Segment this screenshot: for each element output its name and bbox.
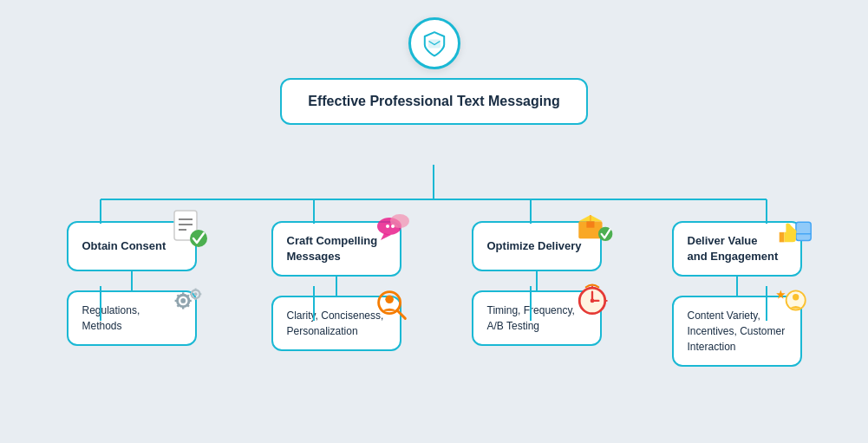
sub-clarity-conciseness: Clarity, Conciseness, Personalization <box>271 296 401 351</box>
root-node: Effective Professional Text Messaging <box>280 78 587 125</box>
diagram-container: Effective Professional Text Messaging Ob… <box>0 0 868 443</box>
clock-timer-icon <box>571 279 613 321</box>
sub-3-label: Timing, Frequency, A/B Testing <box>487 303 575 334</box>
svg-point-54 <box>793 294 799 300</box>
node-2-label: Craft Compelling Messages <box>287 233 378 264</box>
sub-regulations-methods: Regulations, Methods <box>67 290 197 346</box>
svg-point-34 <box>390 214 409 228</box>
svg-rect-10 <box>428 40 440 48</box>
gears-icon <box>166 279 208 321</box>
svg-point-26 <box>191 290 199 298</box>
col3-connector <box>536 271 538 290</box>
col1-connector <box>131 271 133 290</box>
svg-marker-41 <box>578 215 602 221</box>
sub-4-label: Content Variety, Incentives, Customer In… <box>688 308 786 355</box>
svg-line-22 <box>177 295 179 296</box>
root-icon-wrapper <box>408 17 460 69</box>
node-1-label: Obtain Consent <box>82 238 166 254</box>
svg-point-27 <box>193 292 197 296</box>
svg-marker-55 <box>776 290 785 299</box>
col4-connector <box>736 277 738 296</box>
root-icon-circle <box>408 17 460 69</box>
svg-point-16 <box>177 295 188 306</box>
node-4-label: Deliver Value and Engagement <box>688 233 779 264</box>
svg-point-53 <box>786 291 805 310</box>
node-optimize-delivery: Optimize Delivery <box>472 221 602 271</box>
svg-point-38 <box>385 296 394 304</box>
column-2: Craft Compelling Messages Clarity, Conci… <box>241 221 432 367</box>
shield-message-icon <box>421 29 448 57</box>
sub-2-label: Clarity, Conciseness, Personalization <box>287 308 384 339</box>
svg-rect-43 <box>586 221 594 227</box>
sub-content-variety: Content Variety, Incentives, Customer In… <box>672 296 802 367</box>
column-1: Obtain Consent Regulations, Me <box>36 221 227 367</box>
svg-point-50 <box>590 299 594 303</box>
svg-point-17 <box>180 298 186 303</box>
svg-marker-33 <box>381 233 391 240</box>
chat-bubbles-icon <box>372 207 415 251</box>
svg-point-45 <box>579 288 605 314</box>
svg-point-44 <box>597 227 611 241</box>
column-3: Optimize Delivery Timing, Frequency, A/B… <box>446 221 628 367</box>
svg-point-35 <box>386 225 389 228</box>
node-obtain-consent: Obtain Consent <box>67 221 197 271</box>
svg-line-24 <box>186 295 188 296</box>
node-deliver-value: Deliver Value and Engagement <box>672 221 802 277</box>
svg-rect-11 <box>174 211 197 240</box>
svg-point-32 <box>377 218 401 235</box>
svg-rect-51 <box>795 222 810 240</box>
document-check-icon <box>167 207 211 251</box>
svg-line-39 <box>396 310 405 319</box>
sub-timing-frequency: Timing, Frequency, A/B Testing <box>472 290 602 346</box>
root-node-label: Effective Professional Text Messaging <box>308 94 559 108</box>
svg-point-36 <box>391 225 395 228</box>
node-craft-messages: Craft Compelling Messages <box>271 221 401 277</box>
node-3-label: Optimize Delivery <box>487 238 582 254</box>
svg-line-23 <box>186 305 188 307</box>
thumbs-up-icon <box>773 207 816 251</box>
sub-1-label: Regulations, Methods <box>82 303 140 334</box>
column-4: Deliver Value and Engagement Content Var… <box>642 221 832 367</box>
svg-rect-40 <box>578 221 602 238</box>
col2-connector <box>336 277 337 296</box>
svg-point-15 <box>190 230 207 247</box>
columns-row: Obtain Consent Regulations, Me <box>0 221 868 367</box>
svg-line-25 <box>177 305 179 307</box>
